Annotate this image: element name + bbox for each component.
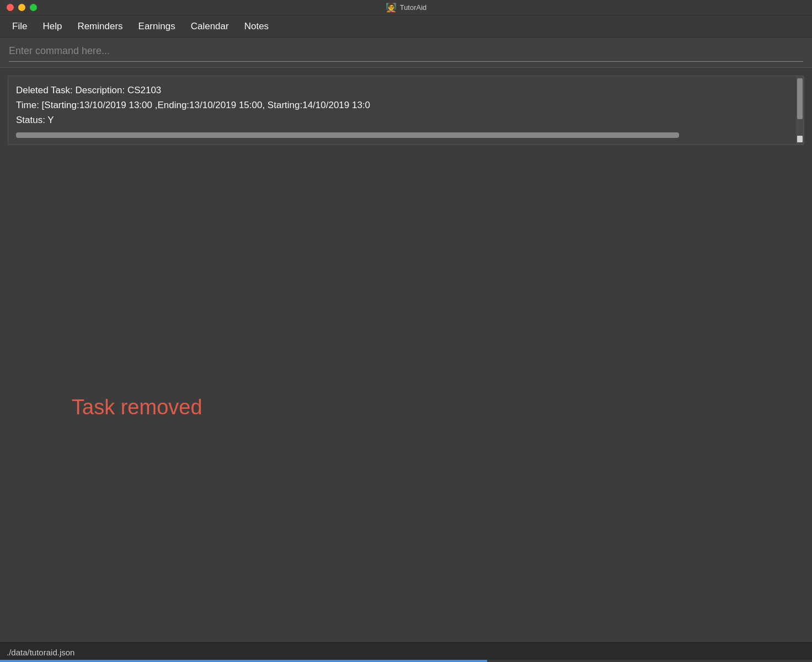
scrollbar-bottom-button[interactable] xyxy=(797,136,803,142)
output-vertical-scrollbar[interactable] xyxy=(796,76,804,145)
menu-calendar[interactable]: Calendar xyxy=(184,19,236,34)
maximize-button[interactable] xyxy=(30,4,37,11)
task-removed-label: Task removed xyxy=(72,396,202,419)
menu-earnings[interactable]: Earnings xyxy=(132,19,182,34)
app-title: TutorAid xyxy=(400,3,427,12)
command-area xyxy=(0,38,812,68)
title-bar-content: 🧑‍🏫 TutorAid xyxy=(386,2,427,13)
minimize-button[interactable] xyxy=(18,4,25,11)
status-filepath: ./data/tutoraid.json xyxy=(7,648,74,657)
status-bar-progress xyxy=(0,660,812,662)
menu-reminders[interactable]: Reminders xyxy=(71,19,129,34)
window-controls xyxy=(7,4,37,11)
menu-file[interactable]: File xyxy=(6,19,34,34)
output-line2: Time: [Starting:13/10/2019 13:00 ,Ending… xyxy=(16,98,796,113)
output-text: Deleted Task: Description: CS2103 Time: … xyxy=(16,83,796,128)
output-line1: Deleted Task: Description: CS2103 xyxy=(16,83,796,98)
output-horizontal-scrollbar[interactable] xyxy=(16,132,679,138)
title-bar: 🧑‍🏫 TutorAid xyxy=(0,0,812,15)
close-button[interactable] xyxy=(7,4,14,11)
output-box: Deleted Task: Description: CS2103 Time: … xyxy=(8,76,804,145)
command-input[interactable] xyxy=(9,43,803,59)
output-line3: Status: Y xyxy=(16,113,796,127)
main-content: Task removed xyxy=(0,153,812,662)
menu-help[interactable]: Help xyxy=(36,19,68,34)
menu-bar: File Help Reminders Earnings Calendar No… xyxy=(0,15,812,38)
command-input-underline xyxy=(9,61,803,62)
status-bar: ./data/tutoraid.json xyxy=(0,642,812,662)
app-icon: 🧑‍🏫 xyxy=(386,2,397,13)
menu-notes[interactable]: Notes xyxy=(238,19,275,34)
scrollbar-thumb xyxy=(797,78,803,119)
